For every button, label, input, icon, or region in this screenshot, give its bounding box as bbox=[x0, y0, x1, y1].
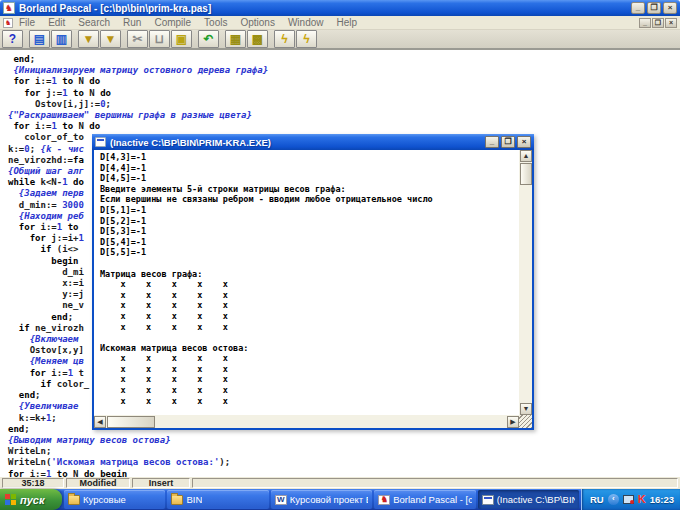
console-output: D[4,3]=-1D[4,4]=-1D[4,5]=-1Введите элеме… bbox=[94, 150, 519, 415]
compile-button[interactable]: ϟ bbox=[274, 30, 295, 48]
console-minimize-button[interactable]: _ bbox=[485, 136, 499, 148]
cut-button[interactable]: ✂ bbox=[127, 30, 148, 48]
menu-item-edit[interactable]: Edit bbox=[48, 17, 65, 28]
taskbar-item[interactable]: ♞Borland Pascal - [c:\... bbox=[374, 490, 475, 509]
console-icon bbox=[95, 137, 106, 147]
console-line: D[5,4]=-1 bbox=[100, 237, 519, 248]
toolbar: ?▤▥▼▼✂⊔▣↶▦▩ϟϟ bbox=[0, 30, 680, 50]
taskbar-item[interactable]: Курсовые bbox=[64, 490, 165, 509]
document-icon: ♞ bbox=[3, 18, 13, 28]
console-line: D[5,1]=-1 bbox=[100, 205, 519, 216]
search-replace-button[interactable]: ▼ bbox=[100, 30, 121, 48]
vertical-scroll-thumb[interactable] bbox=[520, 163, 532, 185]
scroll-down-icon[interactable]: ▼ bbox=[520, 403, 532, 415]
taskbar-item-label: BIN bbox=[186, 494, 202, 505]
folder-icon bbox=[171, 495, 183, 505]
console-title: (Inactive C:\BP\BIN\PRIM-KRA.EXE) bbox=[110, 137, 485, 148]
code-line: end; bbox=[8, 54, 680, 65]
console-line: x x x x x bbox=[100, 311, 519, 322]
save-file-button[interactable]: ▥ bbox=[51, 30, 72, 48]
taskbar-item-label: Borland Pascal - [c:\... bbox=[393, 494, 471, 505]
console-icon bbox=[482, 495, 494, 505]
language-indicator[interactable]: RU bbox=[590, 494, 604, 505]
minimize-button[interactable]: _ bbox=[631, 2, 645, 14]
console-line: D[4,3]=-1 bbox=[100, 152, 519, 163]
mdi-restore-button[interactable]: ❐ bbox=[652, 18, 664, 28]
console-title-bar[interactable]: (Inactive C:\BP\BIN\PRIM-KRA.EXE) _ ❐ × bbox=[92, 134, 534, 150]
menu-item-tools[interactable]: Tools bbox=[204, 17, 227, 28]
system-tray: RU ‹ K 16:23 bbox=[581, 489, 680, 510]
search-replace-icon: ▼ bbox=[105, 32, 117, 46]
scroll-left-icon[interactable]: ◀ bbox=[94, 416, 106, 428]
console-line: D[5,2]=-1 bbox=[100, 216, 519, 227]
status-cell: 35:18 bbox=[2, 478, 64, 488]
vertical-scrollbar[interactable]: ▲ ▼ bbox=[519, 150, 532, 415]
console-line: x x x x x bbox=[100, 279, 519, 290]
hide-icons-chevron-icon[interactable]: ‹ bbox=[608, 494, 619, 505]
restore-button[interactable]: ❐ bbox=[647, 2, 661, 14]
save-file-icon: ▥ bbox=[56, 32, 67, 46]
network-tray-icon[interactable] bbox=[623, 495, 634, 504]
code-line: WriteLn('Искомая матрица весов остова:')… bbox=[8, 457, 680, 468]
help-button[interactable]: ? bbox=[2, 30, 23, 48]
console-line: x x x x x bbox=[100, 396, 519, 407]
console-line: x x x x x bbox=[100, 300, 519, 311]
console-window: (Inactive C:\BP\BIN\PRIM-KRA.EXE) _ ❐ × … bbox=[92, 134, 534, 430]
console-line: x x x x x bbox=[100, 353, 519, 364]
console-maximize-button[interactable]: ❐ bbox=[501, 136, 515, 148]
taskbar-item-label: Курсовые bbox=[83, 494, 126, 505]
console-line: x x x x x bbox=[100, 290, 519, 301]
menu-item-options[interactable]: Options bbox=[240, 17, 274, 28]
console-line: x x x x x bbox=[100, 322, 519, 333]
console-line: D[4,5]=-1 bbox=[100, 173, 519, 184]
cascade-windows-button[interactable]: ▩ bbox=[247, 30, 268, 48]
undo-button[interactable]: ↶ bbox=[198, 30, 219, 48]
console-close-button[interactable]: × bbox=[517, 136, 531, 148]
desktop: ♞ Borland Pascal - [c:\bp\bin\prim-kra.p… bbox=[0, 0, 680, 510]
mdi-minimize-button[interactable]: _ bbox=[639, 18, 651, 28]
console-line: Матрица весов графа: bbox=[100, 269, 519, 280]
resize-grip[interactable] bbox=[519, 415, 532, 428]
copy-button[interactable]: ▣ bbox=[171, 30, 192, 48]
mdi-close-button[interactable]: × bbox=[665, 18, 677, 28]
scroll-up-icon[interactable]: ▲ bbox=[520, 150, 532, 162]
open-file-button[interactable]: ▤ bbox=[29, 30, 50, 48]
menu-item-help[interactable]: Help bbox=[337, 17, 358, 28]
help-icon: ? bbox=[9, 32, 16, 46]
menu-bar: ♞ FileEditSearchRunCompileToolsOptionsWi… bbox=[0, 16, 680, 30]
run-button[interactable]: ϟ bbox=[296, 30, 317, 48]
scroll-right-icon[interactable]: ▶ bbox=[507, 416, 519, 428]
windows-flag-icon bbox=[5, 494, 17, 505]
console-line: x x x x x bbox=[100, 374, 519, 385]
horizontal-scroll-thumb[interactable] bbox=[107, 416, 155, 428]
taskbar-item[interactable]: (Inactive C:\BP\BIN\... bbox=[478, 490, 579, 509]
console-line: Искомая матрица весов остова: bbox=[100, 343, 519, 354]
clipboard-button[interactable]: ⊔ bbox=[149, 30, 170, 48]
status-cell: Insert bbox=[132, 478, 190, 488]
console-line: D[4,4]=-1 bbox=[100, 163, 519, 174]
search-icon: ▼ bbox=[83, 32, 95, 46]
antivirus-tray-icon[interactable]: K bbox=[638, 494, 646, 505]
start-button[interactable]: пуск bbox=[0, 489, 62, 510]
horizontal-scrollbar[interactable]: ◀ ▶ bbox=[94, 415, 519, 428]
code-line: for i:=1 to N do bbox=[8, 76, 680, 87]
console-line bbox=[100, 258, 519, 269]
title-bar: ♞ Borland Pascal - [c:\bp\bin\prim-kra.p… bbox=[0, 0, 680, 16]
run-icon: ϟ bbox=[303, 32, 309, 46]
borland-pascal-icon: ♞ bbox=[3, 2, 15, 14]
menu-item-run[interactable]: Run bbox=[123, 17, 141, 28]
menu-item-file[interactable]: File bbox=[19, 17, 35, 28]
console-line: x x x x x bbox=[100, 364, 519, 375]
menu-item-window[interactable]: Window bbox=[288, 17, 324, 28]
search-button[interactable]: ▼ bbox=[78, 30, 99, 48]
status-cell: Modified bbox=[66, 478, 130, 488]
code-line: for i:=1 to N do bbox=[8, 121, 680, 132]
menu-item-compile[interactable]: Compile bbox=[154, 17, 191, 28]
status-bar: 35:18ModifiedInsert bbox=[0, 477, 680, 489]
code-line: WriteLn; bbox=[8, 446, 680, 457]
close-button[interactable]: × bbox=[663, 2, 677, 14]
tile-windows-button[interactable]: ▦ bbox=[225, 30, 246, 48]
taskbar-item[interactable]: WКурсовой проект Б... bbox=[271, 490, 372, 509]
menu-item-search[interactable]: Search bbox=[78, 17, 110, 28]
taskbar-item[interactable]: BIN bbox=[167, 490, 268, 509]
